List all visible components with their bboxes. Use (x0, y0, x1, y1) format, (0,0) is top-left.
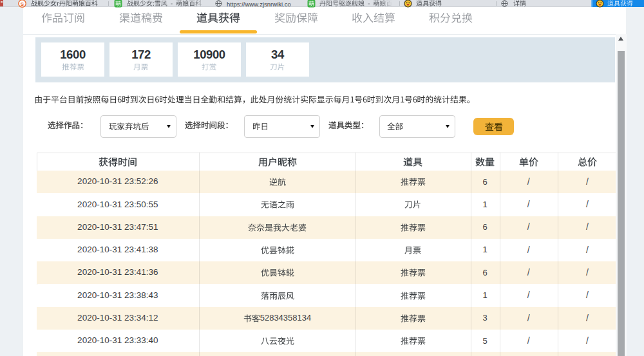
svg-text:S: S (21, 1, 24, 7)
